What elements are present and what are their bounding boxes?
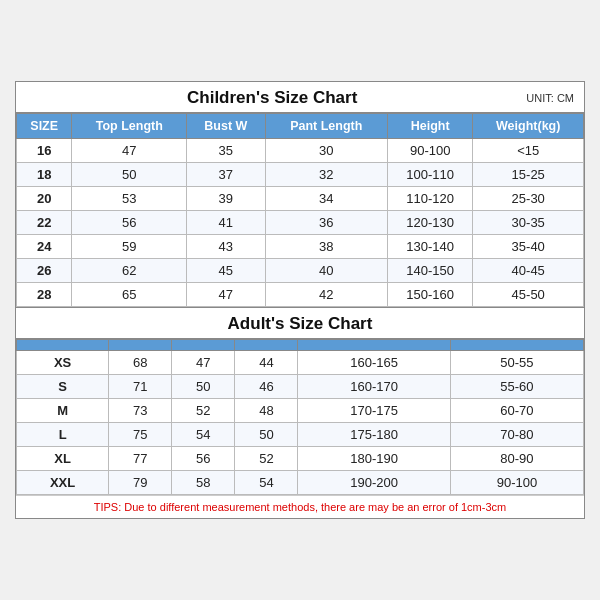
adult-col-size: [17, 340, 109, 351]
children-title-row: Children's Size Chart UNIT: CM: [16, 82, 584, 113]
table-cell: 50: [235, 423, 298, 447]
table-cell: 32: [265, 163, 387, 187]
table-cell: S: [17, 375, 109, 399]
table-cell: 80-90: [450, 447, 583, 471]
table-cell: 120-130: [387, 211, 472, 235]
adult-col-bust-w: [172, 340, 235, 351]
adult-col-height: [298, 340, 450, 351]
table-cell: 47: [187, 283, 265, 307]
table-cell: 22: [17, 211, 72, 235]
table-cell: 59: [72, 235, 187, 259]
table-cell: 18: [17, 163, 72, 187]
table-cell: 40: [265, 259, 387, 283]
table-cell: 40-45: [473, 259, 584, 283]
table-row: 24594338130-14035-40: [17, 235, 584, 259]
table-cell: 90-100: [387, 139, 472, 163]
table-cell: 35-40: [473, 235, 584, 259]
table-cell: 150-160: [387, 283, 472, 307]
children-header-row: SIZE Top Length Bust W Pant Length Heigh…: [17, 114, 584, 139]
col-top-length: Top Length: [72, 114, 187, 139]
table-cell: 50: [172, 375, 235, 399]
table-row: XL775652180-19080-90: [17, 447, 584, 471]
table-cell: XXL: [17, 471, 109, 495]
table-cell: 160-165: [298, 351, 450, 375]
table-cell: 160-170: [298, 375, 450, 399]
table-cell: 43: [187, 235, 265, 259]
table-row: 28654742150-16045-50: [17, 283, 584, 307]
table-cell: 54: [172, 423, 235, 447]
table-cell: 90-100: [450, 471, 583, 495]
table-cell: 50: [72, 163, 187, 187]
table-row: M735248170-17560-70: [17, 399, 584, 423]
col-size: SIZE: [17, 114, 72, 139]
table-cell: 56: [72, 211, 187, 235]
table-cell: 45: [187, 259, 265, 283]
table-cell: 62: [72, 259, 187, 283]
table-cell: L: [17, 423, 109, 447]
table-cell: XL: [17, 447, 109, 471]
adult-table: XS684744160-16550-55S715046160-17055-60M…: [16, 339, 584, 495]
table-cell: 42: [265, 283, 387, 307]
table-cell: 130-140: [387, 235, 472, 259]
table-row: XXL795854190-20090-100: [17, 471, 584, 495]
table-row: 1647353090-100<15: [17, 139, 584, 163]
table-cell: 38: [265, 235, 387, 259]
table-cell: 20: [17, 187, 72, 211]
adult-title-row: Adult's Size Chart: [16, 307, 584, 339]
table-cell: 190-200: [298, 471, 450, 495]
table-cell: 52: [172, 399, 235, 423]
table-cell: 25-30: [473, 187, 584, 211]
table-row: 26624540140-15040-45: [17, 259, 584, 283]
table-cell: 44: [235, 351, 298, 375]
unit-label: UNIT: CM: [526, 92, 574, 104]
table-cell: 140-150: [387, 259, 472, 283]
adult-col-pant-length: [235, 340, 298, 351]
table-cell: 48: [235, 399, 298, 423]
table-cell: 77: [109, 447, 172, 471]
table-cell: <15: [473, 139, 584, 163]
table-cell: 30-35: [473, 211, 584, 235]
children-title: Children's Size Chart: [26, 88, 518, 108]
table-cell: 55-60: [450, 375, 583, 399]
adult-title: Adult's Size Chart: [26, 314, 574, 334]
table-cell: 170-175: [298, 399, 450, 423]
table-cell: 79: [109, 471, 172, 495]
table-cell: 65: [72, 283, 187, 307]
table-cell: 41: [187, 211, 265, 235]
table-cell: 46: [235, 375, 298, 399]
table-cell: 15-25: [473, 163, 584, 187]
table-cell: 34: [265, 187, 387, 211]
table-cell: 180-190: [298, 447, 450, 471]
table-cell: 45-50: [473, 283, 584, 307]
table-cell: 26: [17, 259, 72, 283]
table-cell: 47: [172, 351, 235, 375]
adult-col-top-length: [109, 340, 172, 351]
table-cell: 16: [17, 139, 72, 163]
table-cell: 56: [172, 447, 235, 471]
table-cell: 68: [109, 351, 172, 375]
table-cell: 35: [187, 139, 265, 163]
table-row: XS684744160-16550-55: [17, 351, 584, 375]
table-row: 20533934110-12025-30: [17, 187, 584, 211]
children-tbody: 1647353090-100<1518503732100-11015-25205…: [17, 139, 584, 307]
table-cell: 52: [235, 447, 298, 471]
col-weight: Weight(kg): [473, 114, 584, 139]
table-cell: 100-110: [387, 163, 472, 187]
table-cell: XS: [17, 351, 109, 375]
table-cell: 47: [72, 139, 187, 163]
adult-col-weight: [450, 340, 583, 351]
chart-container: Children's Size Chart UNIT: CM SIZE Top …: [15, 81, 585, 519]
tips-row: TIPS: Due to different measurement metho…: [16, 495, 584, 518]
table-row: S715046160-17055-60: [17, 375, 584, 399]
table-cell: 58: [172, 471, 235, 495]
table-cell: 71: [109, 375, 172, 399]
table-row: L755450175-18070-80: [17, 423, 584, 447]
table-cell: 37: [187, 163, 265, 187]
table-cell: 24: [17, 235, 72, 259]
adult-header-row: [17, 340, 584, 351]
table-cell: 110-120: [387, 187, 472, 211]
table-cell: 75: [109, 423, 172, 447]
table-cell: 50-55: [450, 351, 583, 375]
table-cell: 36: [265, 211, 387, 235]
table-cell: 28: [17, 283, 72, 307]
